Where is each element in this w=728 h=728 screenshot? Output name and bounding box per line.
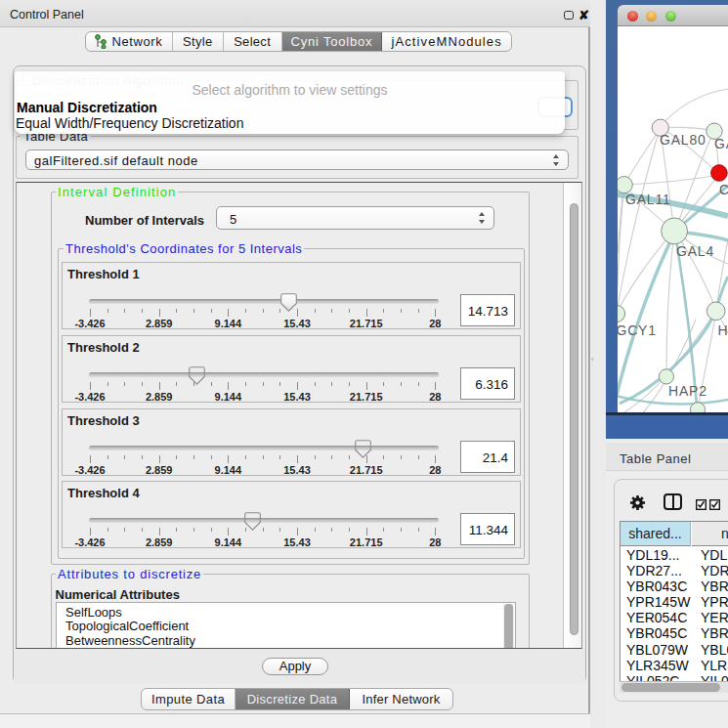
svg-text:GAL80: GAL80 <box>660 132 707 148</box>
svg-text:H: H <box>718 322 728 338</box>
svg-text:GAL4: GAL4 <box>676 243 714 259</box>
svg-text:HAP2: HAP2 <box>668 383 707 399</box>
svg-text:GCY1: GCY1 <box>618 322 657 338</box>
svg-text:GA: GA <box>714 136 728 151</box>
svg-text:C: C <box>719 182 728 197</box>
svg-text:GAL11: GAL11 <box>625 192 671 207</box>
